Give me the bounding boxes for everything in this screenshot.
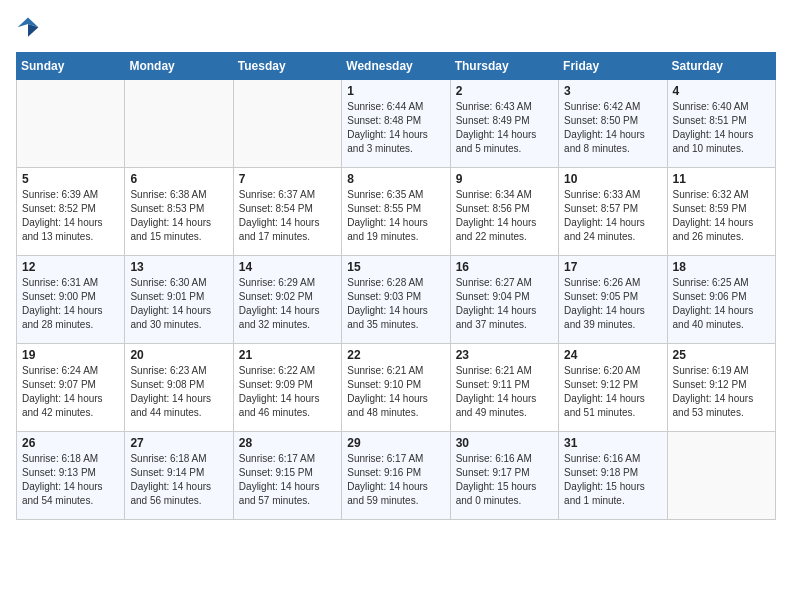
day-number: 6	[130, 172, 227, 186]
page-header	[16, 16, 776, 40]
day-detail: Sunrise: 6:19 AM Sunset: 9:12 PM Dayligh…	[673, 364, 770, 420]
calendar-cell: 30Sunrise: 6:16 AM Sunset: 9:17 PM Dayli…	[450, 432, 558, 520]
day-detail: Sunrise: 6:40 AM Sunset: 8:51 PM Dayligh…	[673, 100, 770, 156]
calendar-cell: 21Sunrise: 6:22 AM Sunset: 9:09 PM Dayli…	[233, 344, 341, 432]
day-detail: Sunrise: 6:21 AM Sunset: 9:11 PM Dayligh…	[456, 364, 553, 420]
day-number: 7	[239, 172, 336, 186]
day-number: 22	[347, 348, 444, 362]
day-number: 23	[456, 348, 553, 362]
day-number: 13	[130, 260, 227, 274]
day-detail: Sunrise: 6:25 AM Sunset: 9:06 PM Dayligh…	[673, 276, 770, 332]
day-detail: Sunrise: 6:42 AM Sunset: 8:50 PM Dayligh…	[564, 100, 661, 156]
day-detail: Sunrise: 6:18 AM Sunset: 9:13 PM Dayligh…	[22, 452, 119, 508]
calendar-cell: 2Sunrise: 6:43 AM Sunset: 8:49 PM Daylig…	[450, 80, 558, 168]
calendar-cell: 18Sunrise: 6:25 AM Sunset: 9:06 PM Dayli…	[667, 256, 775, 344]
day-number: 1	[347, 84, 444, 98]
calendar-cell: 17Sunrise: 6:26 AM Sunset: 9:05 PM Dayli…	[559, 256, 667, 344]
day-detail: Sunrise: 6:22 AM Sunset: 9:09 PM Dayligh…	[239, 364, 336, 420]
calendar-cell	[667, 432, 775, 520]
day-number: 31	[564, 436, 661, 450]
calendar-cell: 9Sunrise: 6:34 AM Sunset: 8:56 PM Daylig…	[450, 168, 558, 256]
calendar-cell: 3Sunrise: 6:42 AM Sunset: 8:50 PM Daylig…	[559, 80, 667, 168]
day-number: 19	[22, 348, 119, 362]
column-header-friday: Friday	[559, 53, 667, 80]
day-number: 28	[239, 436, 336, 450]
calendar-cell: 11Sunrise: 6:32 AM Sunset: 8:59 PM Dayli…	[667, 168, 775, 256]
day-detail: Sunrise: 6:21 AM Sunset: 9:10 PM Dayligh…	[347, 364, 444, 420]
day-number: 9	[456, 172, 553, 186]
column-header-sunday: Sunday	[17, 53, 125, 80]
calendar-cell: 7Sunrise: 6:37 AM Sunset: 8:54 PM Daylig…	[233, 168, 341, 256]
calendar-cell: 19Sunrise: 6:24 AM Sunset: 9:07 PM Dayli…	[17, 344, 125, 432]
day-detail: Sunrise: 6:23 AM Sunset: 9:08 PM Dayligh…	[130, 364, 227, 420]
day-number: 4	[673, 84, 770, 98]
day-detail: Sunrise: 6:30 AM Sunset: 9:01 PM Dayligh…	[130, 276, 227, 332]
calendar-cell: 1Sunrise: 6:44 AM Sunset: 8:48 PM Daylig…	[342, 80, 450, 168]
column-header-wednesday: Wednesday	[342, 53, 450, 80]
day-number: 12	[22, 260, 119, 274]
calendar-cell: 27Sunrise: 6:18 AM Sunset: 9:14 PM Dayli…	[125, 432, 233, 520]
column-header-saturday: Saturday	[667, 53, 775, 80]
calendar-cell: 13Sunrise: 6:30 AM Sunset: 9:01 PM Dayli…	[125, 256, 233, 344]
day-detail: Sunrise: 6:24 AM Sunset: 9:07 PM Dayligh…	[22, 364, 119, 420]
day-detail: Sunrise: 6:18 AM Sunset: 9:14 PM Dayligh…	[130, 452, 227, 508]
day-detail: Sunrise: 6:17 AM Sunset: 9:15 PM Dayligh…	[239, 452, 336, 508]
day-number: 16	[456, 260, 553, 274]
day-number: 26	[22, 436, 119, 450]
day-detail: Sunrise: 6:39 AM Sunset: 8:52 PM Dayligh…	[22, 188, 119, 244]
day-detail: Sunrise: 6:44 AM Sunset: 8:48 PM Dayligh…	[347, 100, 444, 156]
day-detail: Sunrise: 6:31 AM Sunset: 9:00 PM Dayligh…	[22, 276, 119, 332]
day-detail: Sunrise: 6:43 AM Sunset: 8:49 PM Dayligh…	[456, 100, 553, 156]
logo-icon	[16, 16, 40, 40]
day-number: 21	[239, 348, 336, 362]
day-detail: Sunrise: 6:28 AM Sunset: 9:03 PM Dayligh…	[347, 276, 444, 332]
day-detail: Sunrise: 6:17 AM Sunset: 9:16 PM Dayligh…	[347, 452, 444, 508]
calendar-cell: 14Sunrise: 6:29 AM Sunset: 9:02 PM Dayli…	[233, 256, 341, 344]
calendar-cell: 8Sunrise: 6:35 AM Sunset: 8:55 PM Daylig…	[342, 168, 450, 256]
calendar-cell	[233, 80, 341, 168]
calendar-cell: 28Sunrise: 6:17 AM Sunset: 9:15 PM Dayli…	[233, 432, 341, 520]
day-number: 17	[564, 260, 661, 274]
calendar-cell: 12Sunrise: 6:31 AM Sunset: 9:00 PM Dayli…	[17, 256, 125, 344]
day-number: 24	[564, 348, 661, 362]
calendar-cell: 26Sunrise: 6:18 AM Sunset: 9:13 PM Dayli…	[17, 432, 125, 520]
calendar-cell: 29Sunrise: 6:17 AM Sunset: 9:16 PM Dayli…	[342, 432, 450, 520]
day-number: 2	[456, 84, 553, 98]
logo	[16, 16, 44, 40]
calendar-cell: 31Sunrise: 6:16 AM Sunset: 9:18 PM Dayli…	[559, 432, 667, 520]
calendar-cell: 5Sunrise: 6:39 AM Sunset: 8:52 PM Daylig…	[17, 168, 125, 256]
calendar-cell	[17, 80, 125, 168]
calendar-cell: 15Sunrise: 6:28 AM Sunset: 9:03 PM Dayli…	[342, 256, 450, 344]
column-header-tuesday: Tuesday	[233, 53, 341, 80]
day-number: 10	[564, 172, 661, 186]
day-detail: Sunrise: 6:35 AM Sunset: 8:55 PM Dayligh…	[347, 188, 444, 244]
day-detail: Sunrise: 6:33 AM Sunset: 8:57 PM Dayligh…	[564, 188, 661, 244]
calendar-cell: 23Sunrise: 6:21 AM Sunset: 9:11 PM Dayli…	[450, 344, 558, 432]
day-number: 27	[130, 436, 227, 450]
calendar-cell: 6Sunrise: 6:38 AM Sunset: 8:53 PM Daylig…	[125, 168, 233, 256]
day-number: 15	[347, 260, 444, 274]
day-number: 11	[673, 172, 770, 186]
calendar-table: SundayMondayTuesdayWednesdayThursdayFrid…	[16, 52, 776, 520]
day-detail: Sunrise: 6:27 AM Sunset: 9:04 PM Dayligh…	[456, 276, 553, 332]
calendar-cell: 25Sunrise: 6:19 AM Sunset: 9:12 PM Dayli…	[667, 344, 775, 432]
day-detail: Sunrise: 6:26 AM Sunset: 9:05 PM Dayligh…	[564, 276, 661, 332]
day-detail: Sunrise: 6:38 AM Sunset: 8:53 PM Dayligh…	[130, 188, 227, 244]
day-detail: Sunrise: 6:29 AM Sunset: 9:02 PM Dayligh…	[239, 276, 336, 332]
calendar-cell: 24Sunrise: 6:20 AM Sunset: 9:12 PM Dayli…	[559, 344, 667, 432]
day-number: 14	[239, 260, 336, 274]
calendar-cell	[125, 80, 233, 168]
day-number: 20	[130, 348, 227, 362]
column-header-monday: Monday	[125, 53, 233, 80]
day-number: 5	[22, 172, 119, 186]
calendar-cell: 20Sunrise: 6:23 AM Sunset: 9:08 PM Dayli…	[125, 344, 233, 432]
calendar-cell: 22Sunrise: 6:21 AM Sunset: 9:10 PM Dayli…	[342, 344, 450, 432]
day-detail: Sunrise: 6:16 AM Sunset: 9:18 PM Dayligh…	[564, 452, 661, 508]
day-number: 30	[456, 436, 553, 450]
column-header-thursday: Thursday	[450, 53, 558, 80]
day-detail: Sunrise: 6:20 AM Sunset: 9:12 PM Dayligh…	[564, 364, 661, 420]
calendar-cell: 16Sunrise: 6:27 AM Sunset: 9:04 PM Dayli…	[450, 256, 558, 344]
calendar-cell: 4Sunrise: 6:40 AM Sunset: 8:51 PM Daylig…	[667, 80, 775, 168]
day-number: 25	[673, 348, 770, 362]
day-number: 8	[347, 172, 444, 186]
